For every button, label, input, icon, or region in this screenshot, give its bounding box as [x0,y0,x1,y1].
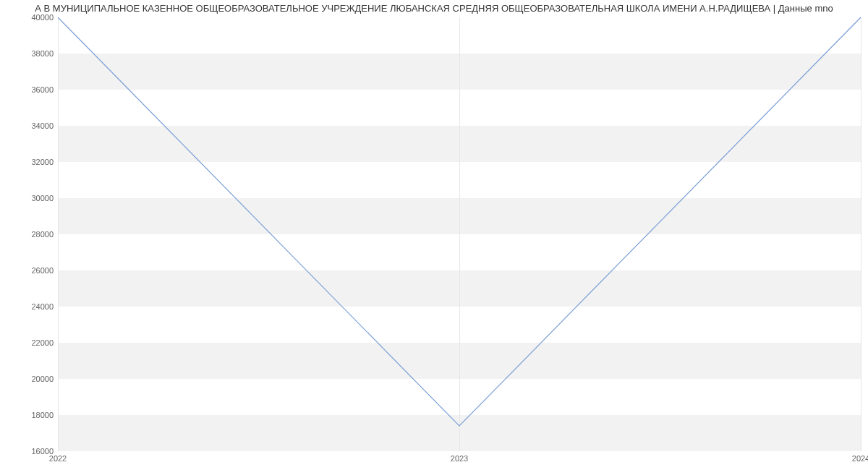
plot-area [58,17,861,451]
y-tick-label: 26000 [10,266,54,275]
y-tick-label: 16000 [10,447,54,456]
y-tick-label: 28000 [10,230,54,239]
x-tick-label: 2022 [49,454,67,463]
y-tick-label: 30000 [10,194,54,202]
grid-vline [861,17,861,451]
line-series [58,17,861,451]
y-tick-label: 40000 [10,13,54,22]
data-line [58,17,861,426]
y-tick-label: 24000 [10,302,54,311]
y-tick-label: 22000 [10,338,54,347]
y-tick-label: 18000 [10,411,54,419]
y-tick-label: 36000 [10,85,54,94]
y-tick-label: 38000 [10,49,54,58]
x-tick-label: 2023 [451,454,468,463]
chart-title: А В МУНИЦИПАЛЬНОЕ КАЗЕННОЕ ОБЩЕОБРАЗОВАТ… [0,3,868,14]
y-tick-label: 32000 [10,158,54,166]
y-tick-label: 34000 [10,121,54,130]
x-tick-label: 2024 [852,454,868,463]
y-tick-label: 20000 [10,375,54,383]
